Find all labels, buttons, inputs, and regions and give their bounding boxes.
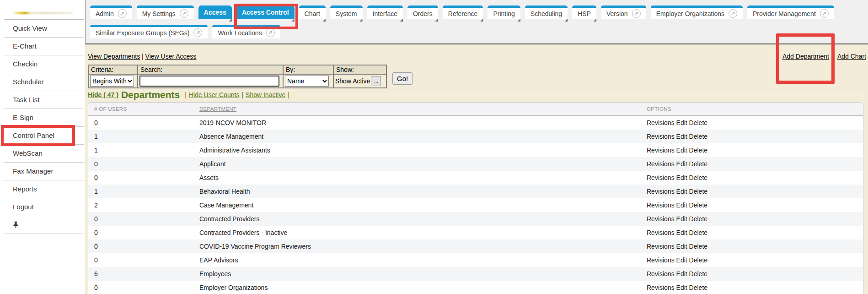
delete-link[interactable]: Delete xyxy=(689,119,707,126)
sidebar-item-webscan[interactable]: WebScan xyxy=(4,145,84,163)
hide-count-link[interactable]: Hide ( 47 ) xyxy=(88,91,118,98)
delete-link[interactable]: Delete xyxy=(689,229,707,236)
open-new-window-icon[interactable]: ↗ xyxy=(820,9,829,18)
edit-link[interactable]: Edit xyxy=(676,160,687,168)
sidebar-item-e-sign[interactable]: E-Sign xyxy=(4,109,84,127)
delete-link[interactable]: Delete xyxy=(689,256,707,264)
sidebar-item-logout[interactable]: Logout xyxy=(4,198,84,216)
show-filter-value[interactable]: Show Active... xyxy=(335,77,370,85)
delete-link[interactable]: Delete xyxy=(689,215,707,223)
delete-link[interactable]: Delete xyxy=(689,284,707,291)
edit-link[interactable]: Edit xyxy=(676,174,687,181)
tab-accent-bar xyxy=(330,5,363,8)
search-input[interactable] xyxy=(139,76,279,87)
revisions-link[interactable]: Revisions xyxy=(647,256,675,264)
edit-link[interactable]: Edit xyxy=(676,256,687,264)
revisions-link[interactable]: Revisions xyxy=(647,270,675,278)
tab-work-locations[interactable]: Work Locations↗ xyxy=(212,25,280,38)
tab-my-settings[interactable]: My Settings↗ xyxy=(137,5,194,19)
sidebar-item-label: Quick View xyxy=(13,24,47,32)
delete-link[interactable]: Delete xyxy=(689,160,707,168)
edit-link[interactable]: Edit xyxy=(676,188,687,195)
open-new-window-icon[interactable]: ↗ xyxy=(729,9,737,18)
revisions-link[interactable]: Revisions xyxy=(647,174,675,181)
delete-link[interactable]: Delete xyxy=(689,243,707,250)
logo-area[interactable] xyxy=(4,0,84,20)
open-new-window-icon[interactable]: ↗ xyxy=(193,28,202,37)
revisions-link[interactable]: Revisions xyxy=(647,119,675,126)
tab-similar-exposure-groups-segs[interactable]: Similar Exposure Groups (SEGs)↗ xyxy=(90,25,208,38)
edit-link[interactable]: Edit xyxy=(676,201,687,209)
tab-hsp[interactable]: HSP◢ xyxy=(572,5,596,19)
sidebar-item-reports[interactable]: Reports xyxy=(4,180,84,198)
tab-printing[interactable]: Printing◢ xyxy=(488,5,520,19)
revisions-link[interactable]: Revisions xyxy=(647,215,675,223)
sidebar-item-scheduler[interactable]: Scheduler xyxy=(4,73,84,91)
edit-link[interactable]: Edit xyxy=(676,270,687,278)
tab-chart[interactable]: Chart◢ xyxy=(299,5,326,19)
sidebar-pin-toggle[interactable] xyxy=(4,216,84,234)
tab-version[interactable]: Version↗ xyxy=(601,5,646,19)
tab-reference[interactable]: Reference◢ xyxy=(443,5,483,19)
revisions-link[interactable]: Revisions xyxy=(647,188,675,195)
criteria-select[interactable]: Begins With xyxy=(90,76,134,87)
edit-link[interactable]: Edit xyxy=(676,229,687,236)
delete-link[interactable]: Delete xyxy=(689,133,707,140)
show-inactive-link[interactable]: Show Inactive xyxy=(246,91,285,98)
sidebar-item-task-list[interactable]: Task List xyxy=(4,91,84,109)
tab-provider-management[interactable]: Provider Management↗ xyxy=(747,5,834,19)
add-department-link[interactable]: Add Department xyxy=(782,53,829,60)
options-cell: Revisions Edit Delete xyxy=(641,267,863,281)
options-cell: Revisions Edit Delete xyxy=(641,198,863,212)
open-new-window-icon[interactable]: ↗ xyxy=(632,9,641,18)
edit-link[interactable]: Edit xyxy=(676,119,687,126)
show-filter-more-button[interactable]: ... xyxy=(371,76,381,86)
hide-user-counts-link[interactable]: Hide User Counts xyxy=(189,91,240,98)
edit-link[interactable]: Edit xyxy=(676,215,687,223)
revisions-link[interactable]: Revisions xyxy=(647,284,675,291)
delete-link[interactable]: Delete xyxy=(689,201,707,209)
revisions-link[interactable]: Revisions xyxy=(647,147,675,154)
sidebar-item-e-chart[interactable]: E-Chart xyxy=(4,38,84,55)
tab-interface[interactable]: Interface◢ xyxy=(367,5,403,19)
revisions-link[interactable]: Revisions xyxy=(647,201,675,209)
edit-link[interactable]: Edit xyxy=(676,284,687,291)
revisions-link[interactable]: Revisions xyxy=(647,243,675,250)
add-chart-link[interactable]: Add Chart xyxy=(837,53,866,60)
tab-access-control[interactable]: Access Control◢ xyxy=(236,5,295,19)
open-new-window-icon[interactable]: ↗ xyxy=(266,28,275,37)
revisions-link[interactable]: Revisions xyxy=(647,229,675,236)
tabs-row-1: Admin↗My Settings↗Access◢Access Control◢… xyxy=(90,5,834,19)
go-button[interactable]: Go! xyxy=(392,72,413,85)
edit-link[interactable]: Edit xyxy=(676,147,687,154)
revisions-link[interactable]: Revisions xyxy=(647,133,675,140)
sidebar-item-quick-view[interactable]: Quick View xyxy=(4,20,84,38)
tab-admin[interactable]: Admin↗ xyxy=(90,5,132,19)
tab-label: Interface xyxy=(373,10,397,17)
delete-link[interactable]: Delete xyxy=(689,147,707,154)
department-cell: Employer Organizations xyxy=(193,281,641,294)
tab-employer-organizations[interactable]: Employer Organizations↗ xyxy=(651,5,743,19)
tab-orders[interactable]: Orders◢ xyxy=(407,5,438,19)
edit-link[interactable]: Edit xyxy=(676,133,687,140)
tab-system[interactable]: System◢ xyxy=(330,5,363,19)
open-new-window-icon[interactable]: ↗ xyxy=(118,9,127,18)
delete-link[interactable]: Delete xyxy=(689,270,707,278)
sidebar-item-control-panel[interactable]: Control Panel xyxy=(4,127,84,145)
delete-link[interactable]: Delete xyxy=(689,188,707,195)
delete-link[interactable]: Delete xyxy=(689,174,707,181)
sidebar-item-fax-manager[interactable]: Fax Manager xyxy=(4,163,84,180)
sidebar-item-checkin[interactable]: Checkin xyxy=(4,55,84,73)
edit-link[interactable]: Edit xyxy=(676,243,687,250)
sidebar-item-label: WebScan xyxy=(13,149,43,157)
by-select[interactable]: Name xyxy=(285,76,329,87)
open-new-window-icon[interactable]: ↗ xyxy=(180,9,188,18)
app-screenshot: { "colors": { "accent_blue": "#1899d4", … xyxy=(0,0,868,294)
tab-access[interactable]: Access◢ xyxy=(198,5,232,19)
department-column-header[interactable]: DEPARTMENT xyxy=(193,103,641,116)
revisions-link[interactable]: Revisions xyxy=(647,160,675,168)
view-user-access-link[interactable]: View User Access xyxy=(145,53,197,60)
tab-scheduling[interactable]: Scheduling◢ xyxy=(525,5,568,19)
view-departments-link[interactable]: View Departments xyxy=(88,53,140,60)
options-cell: Revisions Edit Delete xyxy=(641,281,863,294)
